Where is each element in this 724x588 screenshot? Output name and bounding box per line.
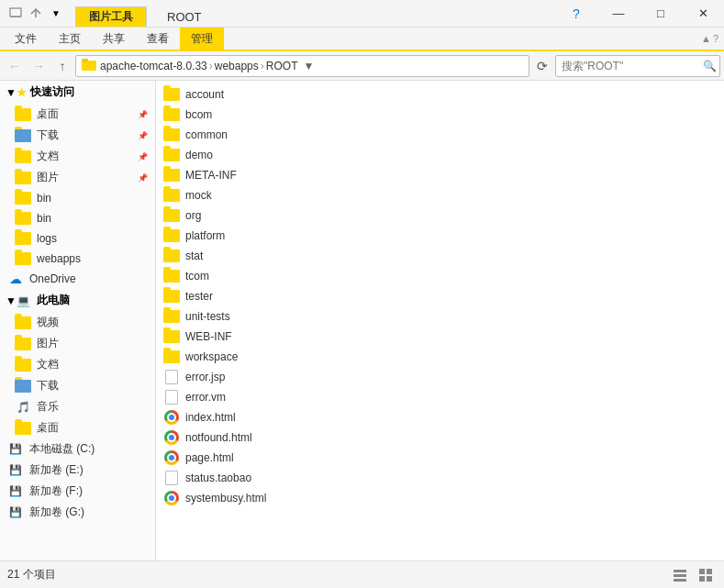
sidebar-item-bin1[interactable]: bin xyxy=(0,188,155,208)
folder-icon xyxy=(163,289,180,304)
sidebar-item-label: 新加卷 (E:) xyxy=(29,462,84,478)
music-icon: 🎵 xyxy=(15,400,31,415)
up-button[interactable]: ↑ xyxy=(51,55,73,77)
sidebar-item-drive-c[interactable]: 💾 本地磁盘 (C:) xyxy=(0,438,155,460)
close-button[interactable]: ✕ xyxy=(682,0,724,28)
sidebar-item-docs[interactable]: 文档 📌 xyxy=(0,146,155,167)
file-name: tcom xyxy=(185,270,209,283)
sidebar-item-download[interactable]: 下载 📌 xyxy=(0,125,155,146)
folder-item-meta-inf[interactable]: META-INF xyxy=(156,165,724,185)
chrome-file-icon xyxy=(163,491,180,505)
refresh-button[interactable]: ⟳ xyxy=(531,55,553,77)
folder-icon xyxy=(163,148,180,162)
file-item-notfound-html[interactable]: notfound.html xyxy=(156,427,724,448)
bc-item-tomcat[interactable]: apache-tomcat-8.0.33 xyxy=(100,60,207,72)
folder-item-platform[interactable]: platform xyxy=(156,226,724,246)
file-item-error-vm[interactable]: error.vm xyxy=(156,387,724,407)
file-name: tester xyxy=(185,290,213,303)
bc-dropdown[interactable]: ▼ xyxy=(301,60,316,72)
file-item-systembusy-html[interactable]: systembusy.html xyxy=(156,488,724,508)
sidebar-item-drive-f[interactable]: 💾 新加卷 (F:) xyxy=(0,481,155,502)
ribbon-tab-share[interactable]: 共享 xyxy=(92,28,136,50)
bc-item-webapps[interactable]: webapps xyxy=(215,60,259,72)
tab-image-tools[interactable]: 图片工具 xyxy=(75,6,147,27)
file-item-index-html[interactable]: index.html xyxy=(156,407,724,427)
folder-item-web-inf[interactable]: WEB-INF xyxy=(156,327,724,347)
folder-item-mock[interactable]: mock xyxy=(156,185,724,205)
sidebar-item-label: bin xyxy=(37,212,51,225)
ribbon-tab-home[interactable]: 主页 xyxy=(48,28,92,50)
ribbon-help-icon[interactable]: ? xyxy=(713,33,718,44)
sidebar-item-logs[interactable]: logs xyxy=(0,228,155,249)
folder-icon xyxy=(163,128,180,142)
sidebar-item-onedrive[interactable]: ☁ OneDrive xyxy=(0,269,155,289)
breadcrumb-bar[interactable]: apache-tomcat-8.0.33 › webapps › ROOT ▼ xyxy=(75,55,529,77)
this-pc-arrow: ▼ xyxy=(6,294,17,307)
search-input[interactable] xyxy=(555,55,720,77)
ribbon-collapse-btn[interactable]: ▲ xyxy=(701,33,711,44)
svg-rect-6 xyxy=(674,579,686,582)
ribbon-tab-file[interactable]: 文件 xyxy=(4,28,48,50)
file-name: org xyxy=(185,209,201,222)
maximize-button[interactable]: □ xyxy=(640,0,682,28)
drive-icon: 💾 xyxy=(7,505,24,520)
bc-item-root[interactable]: ROOT xyxy=(266,60,298,72)
folder-item-account[interactable]: account xyxy=(156,84,724,105)
view-controls xyxy=(669,566,717,584)
folder-item-tcom[interactable]: tcom xyxy=(156,266,724,286)
svg-rect-7 xyxy=(699,569,705,574)
search-icon[interactable]: 🔍 xyxy=(703,60,717,72)
list-view-button[interactable] xyxy=(669,566,691,584)
sidebar-item-pc-pictures[interactable]: 图片 xyxy=(0,333,155,354)
sidebar-item-pictures[interactable]: 图片 📌 xyxy=(0,167,155,188)
back-button[interactable]: ← xyxy=(4,55,26,77)
file-item-page-html[interactable]: page.html xyxy=(156,448,724,468)
sidebar-item-webapps[interactable]: webapps xyxy=(0,249,155,269)
drive-icon: 💾 xyxy=(7,484,24,499)
this-pc-header[interactable]: ▼ 💻 此电脑 xyxy=(0,289,155,312)
sidebar-item-drive-e[interactable]: 💾 新加卷 (E:) xyxy=(0,460,155,481)
chrome-file-icon xyxy=(163,410,180,425)
sidebar-item-videos[interactable]: 视频 xyxy=(0,312,155,333)
chrome-file-icon xyxy=(163,430,180,445)
ribbon-tab-manage[interactable]: 管理 xyxy=(180,28,224,50)
sidebar-item-pc-docs[interactable]: 文档 xyxy=(0,354,155,375)
sidebar-item-pc-download[interactable]: 下载 xyxy=(0,375,155,396)
file-item-error-jsp[interactable]: error.jsp xyxy=(156,367,724,387)
detail-view-button[interactable] xyxy=(695,566,717,584)
forward-button[interactable]: → xyxy=(28,55,50,77)
quick-access-toolbar-dropdown[interactable]: ▼ xyxy=(48,6,64,21)
folder-icon xyxy=(15,191,31,205)
sidebar-item-label: 图片 xyxy=(37,336,59,351)
quick-access-toolbar-btn1[interactable] xyxy=(7,6,24,21)
folder-item-stat[interactable]: stat xyxy=(156,246,724,266)
folder-item-demo[interactable]: demo xyxy=(156,145,724,165)
sidebar-item-drive-g[interactable]: 💾 新加卷 (G:) xyxy=(0,502,155,523)
folder-item-unit-tests[interactable]: unit-tests xyxy=(156,306,724,327)
quick-access-toolbar-btn2[interactable] xyxy=(28,6,44,21)
file-item-status-taobao[interactable]: status.taobao xyxy=(156,468,724,488)
quick-access-arrow: ▼ xyxy=(6,86,17,99)
folder-item-org[interactable]: org xyxy=(156,205,724,226)
folder-icon xyxy=(15,316,31,330)
help-button[interactable]: ? xyxy=(555,0,597,28)
folder-item-common[interactable]: common xyxy=(156,125,724,145)
folder-icon xyxy=(163,269,180,283)
folder-item-workspace[interactable]: workspace xyxy=(156,347,724,367)
svg-rect-1 xyxy=(11,17,20,17)
quick-access-header[interactable]: ▼ ★ 快速访问 xyxy=(0,81,155,104)
ribbon-tab-view[interactable]: 查看 xyxy=(136,28,180,50)
sidebar-item-label: 音乐 xyxy=(37,399,59,415)
folder-item-tester[interactable]: tester xyxy=(156,286,724,306)
sidebar-item-pc-desktop[interactable]: 桌面 xyxy=(0,417,155,438)
sidebar-item-music[interactable]: 🎵 音乐 xyxy=(0,396,155,417)
ribbon-tabs: 文件 主页 共享 查看 管理 ▲ ? xyxy=(0,28,724,51)
folder-icon xyxy=(15,379,31,394)
folder-icon xyxy=(163,188,180,203)
folder-item-bcom[interactable]: bcom xyxy=(156,105,724,125)
title-bar: ▼ 图片工具 ROOT ? — □ ✕ xyxy=(0,0,724,28)
minimize-button[interactable]: — xyxy=(597,0,640,28)
sidebar-item-label: 下载 xyxy=(37,378,59,394)
sidebar-item-bin2[interactable]: bin xyxy=(0,208,155,228)
sidebar-item-desktop[interactable]: 桌面 📌 xyxy=(0,104,155,125)
